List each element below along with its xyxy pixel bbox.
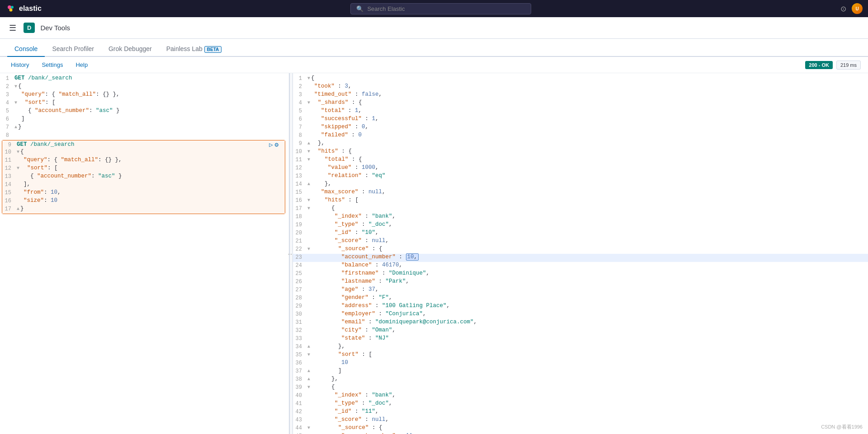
tab-search-profiler[interactable]: Search Profiler xyxy=(45,42,101,57)
resp-line-36[interactable]: 36 10 xyxy=(293,359,868,368)
resp-fold-14[interactable]: ▲ xyxy=(307,181,310,187)
fold-arrow-17[interactable]: ▲ xyxy=(17,205,19,211)
resp-fold-9[interactable]: ▲ xyxy=(307,140,310,146)
resp-line-24[interactable]: 24 "balance" : 46170, xyxy=(293,262,868,270)
resp-line-9[interactable]: 9 ▲ }, xyxy=(293,140,868,148)
resp-line-32[interactable]: 32 "city" : "Oman", xyxy=(293,327,868,335)
editor-line-7[interactable]: 7 ▲ } xyxy=(0,124,289,132)
resp-line-35[interactable]: 35 ▼ "sort" : [ xyxy=(293,351,868,359)
editor-line-5[interactable]: 5 { "account_number": "asc" } xyxy=(0,107,289,116)
resp-fold-17[interactable]: ▼ xyxy=(307,205,310,211)
resp-line-28[interactable]: 28 "gender" : "F", xyxy=(293,294,868,303)
tab-grok-debugger[interactable]: Grok Debugger xyxy=(101,42,159,57)
user-avatar[interactable]: U xyxy=(852,3,863,14)
editor-line-1[interactable]: 1 GET /bank/_search xyxy=(0,75,289,83)
editor-line-6[interactable]: 6 ] xyxy=(0,116,289,124)
resp-line-11[interactable]: 11 ▼ "total" : { xyxy=(293,156,868,164)
resp-line-15[interactable]: 15 "max_score" : null, xyxy=(293,189,868,197)
global-search-bar[interactable]: 🔍 Search Elastic xyxy=(350,3,531,14)
resp-line-31[interactable]: 31 "email" : "dominiquepark@conjurica.co… xyxy=(293,319,868,327)
resp-line-20[interactable]: 20 "_id" : "10", xyxy=(293,229,868,238)
editor-line-2[interactable]: 2 ▼ { xyxy=(0,83,289,91)
resp-line-19[interactable]: 19 "_type" : "_doc", xyxy=(293,221,868,229)
editor-line-3[interactable]: 3 "query": { "match_all": {} }, xyxy=(0,91,289,99)
response-content[interactable]: 1 ▼ { 2 "took" : 3, 3 "timed_out" : fals… xyxy=(293,73,868,434)
resp-fold-34[interactable]: ▲ xyxy=(307,343,310,349)
resp-line-25[interactable]: 25 "firstname" : "Dominique", xyxy=(293,270,868,278)
run-icon[interactable]: ▷ xyxy=(269,141,273,149)
resp-line-7[interactable]: 7 "skipped" : 0, xyxy=(293,124,868,132)
resize-handle[interactable]: ⋮ xyxy=(289,73,293,434)
history-button[interactable]: History xyxy=(7,60,33,70)
resp-line-30[interactable]: 30 "employer" : "Conjurica", xyxy=(293,311,868,319)
resp-line-26[interactable]: 26 "lastname" : "Park", xyxy=(293,278,868,286)
resp-line-40[interactable]: 40 "_index" : "bank", xyxy=(293,392,868,400)
top-bar: elastic 🔍 Search Elastic ⊙ U xyxy=(0,0,868,17)
resp-fold-1[interactable]: ▼ xyxy=(307,75,310,81)
resp-line-16[interactable]: 16 ▼ "hits" : [ xyxy=(293,197,868,205)
help-button[interactable]: Help xyxy=(72,60,91,70)
fold-arrow-2[interactable]: ▼ xyxy=(14,83,17,89)
resp-fold-10[interactable]: ▼ xyxy=(307,148,310,154)
resp-line-10[interactable]: 10 ▼ "hits" : { xyxy=(293,148,868,156)
resp-line-2[interactable]: 2 "took" : 3, xyxy=(293,83,868,91)
resp-line-5[interactable]: 5 "total" : 1, xyxy=(293,107,868,116)
editor-line-11[interactable]: 11 "query": { "match_all": {} }, xyxy=(2,157,285,165)
resp-line-43[interactable]: 43 "_score" : null, xyxy=(293,416,868,425)
resp-line-42[interactable]: 42 "_id" : "11", xyxy=(293,408,868,416)
editor-line-14[interactable]: 14 ], xyxy=(2,181,285,189)
resp-line-12[interactable]: 12 "value" : 1000, xyxy=(293,164,868,173)
resp-line-4[interactable]: 4 ▼ "_shards" : { xyxy=(293,99,868,107)
resp-line-14[interactable]: 14 ▲ }, xyxy=(293,181,868,189)
wrench-icon[interactable]: ⚙ xyxy=(275,141,278,149)
resp-fold-22[interactable]: ▼ xyxy=(307,246,310,252)
fold-arrow-7[interactable]: ▲ xyxy=(14,124,17,130)
resp-line-21[interactable]: 21 "_score" : null, xyxy=(293,238,868,246)
resp-fold-38[interactable]: ▲ xyxy=(307,376,310,382)
resp-line-37[interactable]: 37 ▲ ] xyxy=(293,368,868,376)
fold-arrow-10[interactable]: ▼ xyxy=(17,149,19,154)
resp-fold-11[interactable]: ▼ xyxy=(307,156,310,162)
fold-arrow-12[interactable]: ▼ xyxy=(17,165,19,171)
help-icon[interactable]: ⊙ xyxy=(840,5,846,13)
editor-content[interactable]: 1 GET /bank/_search 2 ▼ { 3 "query": { "… xyxy=(0,73,289,434)
fold-arrow-4[interactable]: ▼ xyxy=(14,99,17,105)
editor-line-17[interactable]: 17 ▲ } xyxy=(2,205,285,214)
resp-line-18[interactable]: 18 "_index" : "bank", xyxy=(293,213,868,221)
elastic-logo[interactable]: elastic xyxy=(5,3,42,14)
resp-line-8[interactable]: 8 "failed" : 0 xyxy=(293,132,868,140)
resp-line-41[interactable]: 41 "_type" : "_doc", xyxy=(293,400,868,408)
editor-line-15[interactable]: 15 "from": 10, xyxy=(2,189,285,197)
resp-line-17[interactable]: 17 ▼ { xyxy=(293,205,868,213)
hamburger-button[interactable]: ☰ xyxy=(7,21,18,35)
resp-fold-37[interactable]: ▲ xyxy=(307,368,310,373)
resp-fold-35[interactable]: ▼ xyxy=(307,351,310,357)
resp-fold-44[interactable]: ▼ xyxy=(307,425,310,430)
resp-fold-16[interactable]: ▼ xyxy=(307,197,310,203)
editor-line-13[interactable]: 13 { "account_number": "asc" } xyxy=(2,173,285,181)
resp-line-39[interactable]: 39 ▼ { xyxy=(293,384,868,392)
editor-line-4[interactable]: 4 ▼ "sort": [ xyxy=(0,99,289,107)
resp-line-23[interactable]: 23 "account_number" : 10, xyxy=(293,254,868,262)
editor-line-16[interactable]: 16 "size": 10 xyxy=(2,197,285,205)
resp-fold-39[interactable]: ▼ xyxy=(307,384,310,390)
resp-line-22[interactable]: 22 ▼ "_source" : { xyxy=(293,246,868,254)
editor-line-12[interactable]: 12 ▼ "sort": [ xyxy=(2,165,285,173)
resp-line-6[interactable]: 6 "successful" : 1, xyxy=(293,116,868,124)
tab-painless-lab[interactable]: Painless LabBETA xyxy=(159,42,229,57)
settings-button[interactable]: Settings xyxy=(38,60,66,70)
resp-line-3[interactable]: 3 "timed_out" : false, xyxy=(293,91,868,99)
resp-line-44[interactable]: 44 ▼ "_source" : { xyxy=(293,425,868,433)
resp-line-29[interactable]: 29 "address" : "100 Gatling Place", xyxy=(293,303,868,311)
tab-console[interactable]: Console xyxy=(7,42,45,57)
resp-line-13[interactable]: 13 "relation" : "eq" xyxy=(293,173,868,181)
resp-line-1[interactable]: 1 ▼ { xyxy=(293,75,868,83)
editor-line-8[interactable]: 8 xyxy=(0,132,289,140)
resp-line-27[interactable]: 27 "age" : 37, xyxy=(293,286,868,294)
resp-fold-4[interactable]: ▼ xyxy=(307,99,310,105)
resp-line-38[interactable]: 38 ▲ }, xyxy=(293,376,868,384)
resp-line-33[interactable]: 33 "state" : "NJ" xyxy=(293,335,868,343)
editor-line-9[interactable]: 9 GET /bank/_search ▷ ⚙ xyxy=(2,140,285,149)
resp-line-34[interactable]: 34 ▲ }, xyxy=(293,343,868,351)
editor-line-10[interactable]: 10 ▼ { xyxy=(2,149,285,157)
